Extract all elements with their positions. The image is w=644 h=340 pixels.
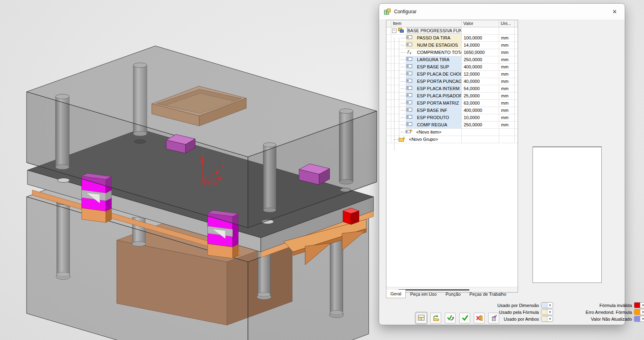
value-cell[interactable]: 14,0000 (462, 42, 499, 49)
color-picker-button[interactable]: ▼ (634, 302, 644, 308)
item-cell[interactable]: ESP PLACA INTERM (391, 85, 462, 92)
value-cell[interactable]: 40,0000 (462, 78, 499, 85)
configurar-icon (384, 8, 391, 15)
formula-icon: fx (407, 49, 413, 55)
legend-entry: Erro Arredond. Fórmula▼ (580, 309, 644, 315)
dialog-titlebar[interactable]: Configurar × (379, 4, 625, 20)
trash-arrow-icon (490, 315, 497, 322)
color-swatch (634, 309, 640, 315)
chevron-down-icon[interactable]: ▼ (640, 303, 644, 308)
tree-branch (401, 67, 406, 67)
item-label: LARGURA TIRA (417, 57, 450, 62)
color-picker-button[interactable]: ▼ (634, 309, 644, 315)
chevron-down-icon[interactable]: ▼ (547, 316, 553, 321)
color-swatch (541, 316, 547, 321)
item-cell[interactable]: fxCOMPRIMENTO TOTAL (391, 49, 462, 56)
table-row[interactable]: NUM DE ESTAGIOS14,0000mm (386, 42, 518, 49)
legend-right: Fórmula inválida▼Erro Arredond. Fórmula▼… (580, 302, 644, 323)
item-label: <Novo Grupo> (409, 137, 438, 142)
value-cell[interactable]: 250,0000 (462, 122, 499, 128)
table-row[interactable]: COMP REGUA250,0000mm (386, 122, 518, 129)
layout-button[interactable] (416, 313, 427, 324)
table-row[interactable]: ESP PLACA PISADOR...25,0000mm (386, 93, 518, 100)
item-cell[interactable]: ESP PLACA DE CHOQUE (391, 71, 462, 78)
item-cell[interactable]: ESP BASE INF (391, 107, 462, 114)
value-cell[interactable]: 250,0000 (462, 56, 499, 63)
tab-geral[interactable]: Geral (386, 290, 406, 298)
item-cell[interactable]: <Novo Grupo> (391, 136, 462, 143)
item-cell[interactable]: <Novo item> (391, 129, 462, 136)
table-row-new-item[interactable]: <Novo item> (386, 129, 518, 136)
value-cell[interactable]: 1650,0000 (462, 49, 499, 56)
table-row[interactable]: PASSO DA TIRA100,0000mm (386, 35, 518, 42)
chevron-down-icon[interactable]: ▼ (640, 316, 644, 321)
table-row-new-group[interactable]: <Novo Grupo> (386, 136, 518, 143)
confirm-button[interactable] (459, 313, 470, 324)
header-valor[interactable]: Valor (462, 20, 499, 27)
table-row[interactable]: ESP PRODUTO10,0000mm (386, 114, 518, 122)
table-row[interactable]: ESP PLACA INTERM54,0000mm (386, 85, 518, 93)
value-cell[interactable]: 10,0000 (462, 114, 499, 121)
value-cell[interactable]: 400,0000 (462, 64, 499, 70)
value-cell[interactable]: 25,0000 (462, 93, 499, 99)
row-gutter (386, 93, 391, 99)
chevron-down-icon[interactable]: ▼ (640, 309, 644, 315)
check-icon (461, 315, 469, 321)
value-cell[interactable]: 63,0000 (462, 100, 499, 107)
field-icon (407, 115, 413, 120)
tab-pun-o[interactable]: Punção (441, 290, 465, 299)
table-row[interactable]: ESP BASE SUP400,0000mm (386, 64, 518, 71)
discard-button[interactable] (488, 313, 499, 324)
item-cell[interactable]: ESP PORTA PUNCAO (391, 78, 462, 85)
header-item[interactable]: Item (391, 20, 462, 27)
item-cell[interactable]: PASSO DA TIRA (391, 35, 462, 41)
legend-entry: Valor Não Atualizado▼ (580, 316, 644, 322)
value-cell[interactable]: 54,0000 (462, 85, 499, 92)
collapse-expander[interactable]: − (392, 29, 396, 33)
item-cell[interactable]: NUM DE ESTAGIOS (391, 42, 462, 49)
item-cell[interactable]: ESP PLACA PISADOR... (391, 93, 462, 99)
value-cell[interactable]: 400,0000 (462, 107, 499, 114)
value-cell[interactable] (462, 136, 499, 143)
value-cell[interactable] (462, 129, 499, 136)
tree-branch (401, 89, 406, 89)
color-picker-button[interactable]: ▼ (541, 302, 553, 308)
chevron-down-icon[interactable]: ▼ (547, 303, 553, 308)
item-cell[interactable]: LARGURA TIRA (391, 56, 462, 63)
item-label: ESP PORTA MATRIZ (417, 101, 459, 105)
item-cell[interactable]: ESP BASE SUP (391, 64, 462, 70)
value-cell[interactable]: 12,0000 (462, 71, 499, 78)
value-cell[interactable]: 100,0000 (462, 35, 499, 41)
header-gutter (386, 20, 391, 27)
update-button[interactable] (430, 313, 441, 324)
field-icon (407, 42, 413, 47)
apply-continue-button[interactable] (445, 313, 456, 324)
header-unidade[interactable]: Uni... (499, 20, 515, 27)
item-cell[interactable]: −BASE PROGRESSIVA FUND... (391, 27, 462, 34)
table-row[interactable]: ESP PLACA DE CHOQUE12,0000mm (386, 71, 518, 78)
parameter-grid[interactable]: Item Valor Uni... −BASE PROGRESSIVA FUND… (386, 20, 518, 293)
table-row[interactable]: fxCOMPRIMENTO TOTAL1650,0000mm (386, 49, 518, 56)
chevron-down-icon[interactable]: ▼ (547, 309, 553, 315)
tree-branch (401, 96, 406, 96)
item-cell[interactable]: ESP PRODUTO (391, 114, 462, 121)
color-picker-button[interactable]: ▼ (541, 309, 553, 315)
table-row-group[interactable]: −BASE PROGRESSIVA FUND... (386, 27, 518, 35)
table-row[interactable]: ESP BASE INF400,0000mm (386, 107, 518, 114)
color-picker-button[interactable]: ▼ (634, 316, 644, 322)
value-cell[interactable] (462, 27, 499, 34)
close-button[interactable]: × (609, 7, 620, 16)
color-picker-button[interactable]: ▼ (541, 316, 553, 322)
tab-pe-as-de-trabalho[interactable]: Peças de Trabalho (465, 290, 511, 299)
item-cell[interactable]: COMP REGUA (391, 122, 462, 128)
table-row[interactable]: LARGURA TIRA250,0000mm (386, 56, 518, 64)
color-swatch (634, 316, 640, 321)
exit-button[interactable] (474, 313, 485, 324)
item-cell[interactable]: ESP PORTA MATRIZ (391, 100, 462, 107)
table-row[interactable]: ESP PORTA PUNCAO40,0000mm (386, 78, 518, 85)
stop-block-red[interactable] (343, 208, 359, 225)
table-row[interactable]: ESP PORTA MATRIZ63,0000mm (386, 100, 518, 107)
field-icon (407, 57, 413, 62)
grid-header[interactable]: Item Valor Uni... (386, 20, 518, 27)
tab-pe-a-em-uso[interactable]: Peça em Uso (406, 290, 441, 299)
